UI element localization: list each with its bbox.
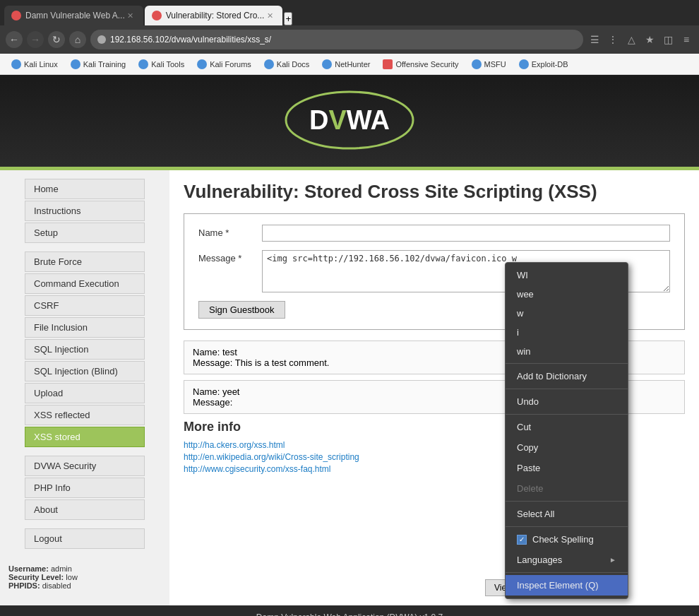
new-tab-button[interactable]: + [284, 12, 292, 25]
ctx-divider-4 [506, 501, 628, 502]
bookmark-offensive-security[interactable]: Offensive Security [377, 58, 464, 71]
star-icon[interactable]: ★ [643, 32, 657, 47]
ctx-check-spelling[interactable]: ✓ Check Spelling [506, 529, 628, 550]
bookmark-nethunter[interactable]: NetHunter [316, 58, 376, 71]
ctx-suggestion-wee[interactable]: wee [506, 285, 628, 304]
ctx-select-all-label: Select All [517, 509, 554, 519]
ctx-inspect-element[interactable]: Inspect Element (Q) [506, 575, 628, 596]
ctx-suggestion-i[interactable]: i [506, 323, 628, 342]
ctx-cut[interactable]: Cut [506, 417, 628, 437]
dvwa-logo: DVWA [279, 88, 420, 154]
tab-2-close[interactable]: ✕ [264, 10, 275, 21]
reload-button[interactable]: ↻ [48, 31, 65, 48]
msfu-icon [472, 59, 482, 69]
tab-2[interactable]: Vulnerability: Stored Cro... ✕ [145, 6, 283, 25]
username-value: admin [51, 564, 72, 573]
menu-dots-icon[interactable]: ⋮ [606, 32, 620, 47]
ctx-suggestion-win[interactable]: win [506, 342, 628, 361]
ctx-divider-3 [506, 414, 628, 415]
sidebar-item-sql-injection[interactable]: SQL Injection [25, 339, 145, 360]
sidebar-item-file-inclusion[interactable]: File Inclusion [25, 317, 145, 338]
dvwa-footer: Damn Vulnerable Web Application (DVWA) v… [0, 605, 699, 616]
exploit-db-icon [519, 59, 529, 69]
home-button[interactable]: ⌂ [69, 31, 86, 48]
phpids-label-text: PHPIDS: [8, 581, 40, 590]
phpids-value: disabled [42, 581, 71, 590]
ctx-check-spelling-row: ✓ Check Spelling [517, 534, 594, 545]
sidebar-item-about[interactable]: About [25, 499, 145, 520]
ctx-select-all[interactable]: Select All [506, 504, 628, 524]
bookmark-kali-tools[interactable]: Kali Tools [133, 58, 190, 71]
sidebar-item-sql-injection-blind[interactable]: SQL Injection (Blind) [25, 361, 145, 381]
forward-button[interactable]: → [27, 31, 44, 48]
tab-1[interactable]: Damn Vulnerable Web A... ✕ [4, 6, 143, 25]
bookmark-kali-docs[interactable]: Kali Docs [258, 58, 315, 71]
tab-1-label: Damn Vulnerable Web A... [25, 11, 125, 20]
name-row: Name * [198, 225, 670, 242]
profile-icon[interactable]: △ [624, 32, 638, 47]
tab-favicon-2 [152, 11, 162, 20]
bookmark-kali-forums[interactable]: Kali Forums [191, 58, 257, 71]
address-bar: ← → ↻ ⌂ 192.168.56.102/dvwa/vulnerabilit… [0, 25, 699, 54]
svg-text:DVWA: DVWA [309, 105, 390, 135]
security-level-label-text: Security Level: [8, 573, 64, 581]
name-label: Name * [198, 225, 255, 238]
kali-linux-icon [11, 59, 21, 69]
kali-training-icon [71, 59, 80, 69]
context-menu: WI wee w i win Add to Dictionary Undo Cu… [505, 262, 628, 599]
sidebar-item-upload[interactable]: Upload [25, 383, 145, 403]
sidebar-item-dvwa-security[interactable]: DVWA Security [25, 456, 145, 476]
security-level-value: low [66, 573, 78, 581]
ctx-copy[interactable]: Copy [506, 437, 628, 458]
ctx-paste[interactable]: Paste [506, 458, 628, 478]
ctx-delete-label: Delete [517, 483, 544, 494]
ctx-inspect-element-label: Inspect Element (Q) [517, 580, 599, 591]
ctx-divider-1 [506, 363, 628, 364]
ctx-suggestion-wi[interactable]: WI [506, 266, 628, 285]
page-title: Vulnerability: Stored Cross Site Scripti… [184, 181, 685, 203]
security-icon [97, 35, 106, 44]
bookmark-offensive-security-label: Offensive Security [395, 60, 458, 69]
sign-guestbook-button[interactable]: Sign Guestbook [198, 301, 285, 319]
sidebar-item-xss-reflected[interactable]: XSS reflected [25, 405, 145, 425]
ctx-undo[interactable]: Undo [506, 391, 628, 412]
tab-bar: Damn Vulnerable Web A... ✕ Vulnerability… [0, 0, 699, 25]
page-content: DVWA Home Instructions Setup Brute Force… [0, 75, 699, 616]
ctx-delete: Delete [506, 478, 628, 499]
back-button[interactable]: ← [6, 31, 23, 48]
sidebar-item-xss-stored[interactable]: XSS stored [25, 427, 145, 447]
sidebar-item-command-execution[interactable]: Command Execution [25, 273, 145, 294]
bookmark-kali-linux-label: Kali Linux [24, 60, 58, 69]
bookmark-msfu[interactable]: MSFU [466, 58, 512, 71]
bookmark-kali-linux[interactable]: Kali Linux [6, 58, 64, 71]
username-label: Username: admin [8, 564, 161, 573]
sidebar-item-instructions[interactable]: Instructions [25, 201, 145, 221]
ctx-copy-label: Copy [517, 442, 538, 453]
url-bar[interactable]: 192.168.56.102/dvwa/vulnerabilities/xss_… [90, 30, 583, 49]
username-label-text: Username: [8, 564, 49, 573]
more-icon[interactable]: ≡ [679, 32, 693, 47]
ctx-add-to-dictionary[interactable]: Add to Dictionary [506, 366, 628, 386]
tab-favicon-1 [11, 11, 21, 20]
bookmark-exploit-db[interactable]: Exploit-DB [513, 58, 574, 71]
sidebar-item-brute-force[interactable]: Brute Force [25, 251, 145, 272]
sidebar-item-csrf[interactable]: CSRF [25, 295, 145, 316]
ctx-add-to-dictionary-label: Add to Dictionary [517, 371, 587, 381]
name-input[interactable] [262, 225, 670, 242]
security-level-label: Security Level: low [8, 573, 161, 581]
sidebar-item-logout[interactable]: Logout [25, 528, 145, 549]
ctx-suggestion-w[interactable]: w [506, 304, 628, 323]
phpids-label: PHPIDS: disabled [8, 581, 161, 590]
bookmarks-icon[interactable]: ☰ [587, 32, 602, 47]
tab-2-label: Vulnerability: Stored Cro... [166, 11, 265, 20]
sidebar-item-php-info[interactable]: PHP Info [25, 478, 145, 498]
url-text: 192.168.56.102/dvwa/vulnerabilities/xss_… [110, 35, 576, 45]
sidebar-item-setup[interactable]: Setup [25, 223, 145, 243]
sidebar-item-home[interactable]: Home [25, 179, 145, 199]
footer-text: Damn Vulnerable Web Application (DVWA) v… [256, 612, 443, 616]
bookmark-kali-training[interactable]: Kali Training [65, 58, 132, 71]
tab-1-close[interactable]: ✕ [125, 10, 136, 21]
sidebar-icon[interactable]: ◫ [661, 32, 675, 47]
ctx-languages[interactable]: Languages ► [506, 550, 628, 570]
ctx-paste-label: Paste [517, 463, 540, 473]
